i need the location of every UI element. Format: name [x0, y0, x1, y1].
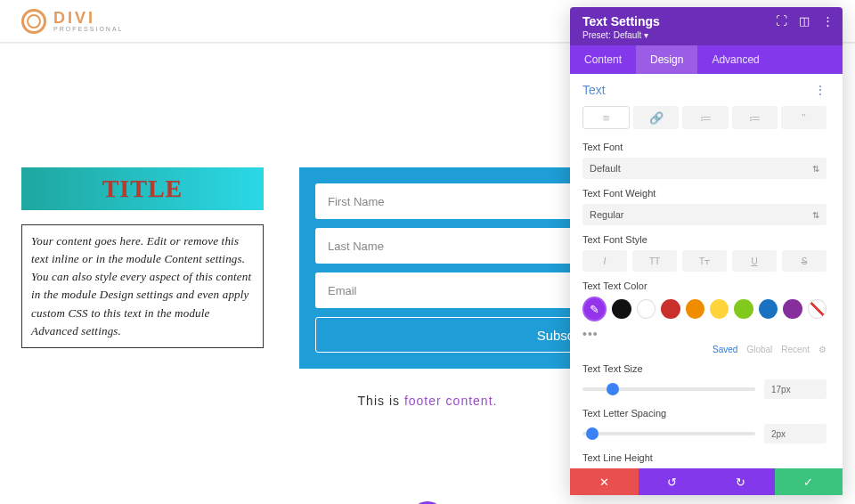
label-font-style: Text Font Style — [582, 234, 826, 245]
slider-thumb[interactable] — [586, 427, 598, 440]
brand-tagline: PROFESSIONAL — [53, 26, 123, 32]
text-size-value[interactable]: 17px — [764, 379, 826, 399]
tab-design[interactable]: Design — [636, 45, 697, 74]
redo-button[interactable]: ↻ — [706, 468, 775, 495]
panel-preset[interactable]: Preset: Default ▾ — [582, 30, 830, 40]
slider-thumb[interactable] — [607, 383, 619, 395]
text-module[interactable]: Your content goes here. Edit or remove t… — [21, 224, 264, 348]
tab-advanced[interactable]: Advanced — [697, 45, 773, 74]
align-left-icon[interactable]: ≡ — [582, 106, 630, 129]
style-strike[interactable]: S — [782, 250, 826, 272]
panel-scroll[interactable]: Text ⋮ ≡ 🔗 ≔ ≔ ” Text Font Default ⇅ Tex… — [570, 74, 839, 468]
swatch-yellow[interactable] — [710, 299, 729, 319]
swatch-white[interactable] — [637, 299, 656, 319]
swatch-selected[interactable]: ✎ — [582, 297, 607, 321]
chevron-down-icon: ▾ — [644, 30, 648, 40]
style-uppercase[interactable]: TT — [632, 250, 677, 272]
tab-content[interactable]: Content — [570, 45, 636, 74]
eyedropper-icon: ✎ — [590, 303, 599, 316]
cancel-button[interactable]: ✕ — [570, 468, 639, 495]
swatch-red[interactable] — [661, 299, 680, 319]
chevron-updown-icon: ⇅ — [812, 164, 819, 174]
slider-letter-spacing[interactable] — [582, 432, 755, 435]
undo-button[interactable]: ↺ — [639, 468, 707, 495]
select-font-weight[interactable]: Regular ⇅ — [582, 204, 826, 225]
section-more-icon[interactable]: ⋮ — [814, 83, 826, 97]
label-letter-spacing: Text Letter Spacing — [582, 408, 826, 419]
swatch-more[interactable]: ••• — [582, 327, 826, 341]
text-orientation: ≡ 🔗 ≔ ≔ ” — [582, 106, 826, 129]
font-style-row: I TT Tᴛ U S — [582, 250, 826, 272]
save-button[interactable]: ✓ — [775, 468, 843, 495]
expand-icon[interactable]: ⛶ — [775, 14, 787, 27]
color-tab-recent[interactable]: Recent — [781, 345, 810, 354]
footer-prefix: This is — [358, 394, 404, 408]
label-text-size: Text Text Size — [582, 363, 826, 374]
swatch-black[interactable] — [612, 299, 631, 319]
panel-header[interactable]: Text Settings Preset: Default ▾ ⛶ ◫ ⋮ — [570, 7, 843, 45]
style-smallcaps[interactable]: Tᴛ — [682, 250, 727, 272]
color-swatches: ✎ — [582, 297, 826, 321]
chevron-updown-icon: ⇅ — [812, 210, 819, 220]
label-text-font: Text Font — [582, 142, 826, 152]
settings-panel: Text Settings Preset: Default ▾ ⛶ ◫ ⋮ Co… — [570, 7, 843, 495]
link-icon[interactable]: 🔗 — [633, 106, 679, 129]
style-underline[interactable]: U — [732, 250, 777, 272]
ol-icon[interactable]: ≔ — [732, 106, 778, 129]
title-text: TITLE — [102, 175, 183, 203]
select-text-font[interactable]: Default ⇅ — [582, 158, 826, 179]
panel-body: Text ⋮ ≡ 🔗 ≔ ≔ ” Text Font Default ⇅ Tex… — [570, 74, 843, 468]
slider-text-size[interactable] — [582, 387, 755, 391]
color-tabs: Saved Global Recent ⚙ — [582, 345, 826, 354]
more-icon[interactable]: ⋮ — [821, 14, 834, 27]
label-font-weight: Text Font Weight — [582, 188, 826, 199]
swatch-blue[interactable] — [759, 299, 778, 319]
swatch-green[interactable] — [734, 299, 753, 319]
color-tab-global[interactable]: Global — [746, 345, 772, 354]
brand-name: DIVI — [53, 10, 123, 26]
quote-icon[interactable]: ” — [781, 106, 826, 129]
style-italic[interactable]: I — [582, 250, 627, 272]
label-text-color: Text Text Color — [582, 280, 826, 291]
body-text: Your content goes here. Edit or remove t… — [31, 234, 251, 337]
color-tab-saved[interactable]: Saved — [712, 345, 737, 354]
swatch-none[interactable] — [808, 299, 826, 319]
swatch-orange[interactable] — [686, 299, 704, 319]
gear-icon[interactable]: ⚙ — [818, 345, 826, 354]
section-title[interactable]: Text — [582, 83, 606, 97]
letter-spacing-value[interactable]: 2px — [764, 424, 826, 443]
panel-tabs: Content Design Advanced — [570, 45, 843, 74]
brand-logo: DIVI PROFESSIONAL — [21, 9, 123, 34]
columns-icon[interactable]: ◫ — [798, 14, 810, 27]
label-line-height: Text Line Height — [582, 452, 826, 463]
footer-link[interactable]: footer content. — [404, 394, 498, 408]
brand-logo-icon — [21, 9, 46, 34]
title-module[interactable]: TITLE — [21, 167, 264, 210]
panel-footer: ✕ ↺ ↻ ✓ — [570, 468, 843, 495]
ul-icon[interactable]: ≔ — [682, 106, 728, 129]
swatch-purple[interactable] — [783, 299, 802, 319]
